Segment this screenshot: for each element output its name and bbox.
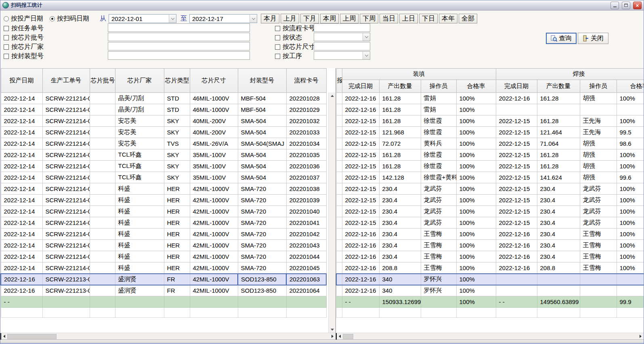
radio-by-scan-date[interactable]: 按扫码日期 [50,15,89,23]
cell[interactable] [90,206,115,217]
cell[interactable]: 202201063 [286,274,326,285]
cell[interactable]: SMA-720 [238,217,286,229]
cell[interactable]: 202201039 [286,195,326,206]
task-no-input[interactable] [108,23,250,32]
cell[interactable]: 科盛 [115,262,164,274]
cell[interactable] [90,93,115,104]
cell[interactable]: 121.968 [379,127,421,138]
cell[interactable]: 161.28 [537,93,580,104]
cell[interactable]: 230.4 [537,217,580,229]
cell[interactable]: 龙武芬 [580,183,617,195]
table-row[interactable]: 2022-12-14SCRW-221214-0科盛HER42MIL-1000VS… [1,206,326,217]
cell[interactable] [90,262,115,274]
table-row[interactable]: 2022-12-15230.4龙武芬100%2022-12-15230.4龙武芬… [336,183,644,195]
cell[interactable] [90,274,115,285]
cell[interactable]: 龙武芬 [421,195,456,206]
cell[interactable]: 科盛 [115,206,164,217]
cell[interactable]: 42MIL-1000V [190,240,238,251]
cell[interactable]: 121.464 [537,127,580,138]
column-header[interactable]: 完成日期 [496,80,537,93]
cell[interactable]: SKY [164,115,190,127]
cell[interactable]: SCRW-221214-0 [42,149,90,161]
cell[interactable]: 徐世霞 [421,127,456,138]
cell[interactable]: 徐世霞 [421,115,456,127]
cell[interactable]: 2022-12-16 [342,229,379,240]
cell[interactable]: 230.4 [537,195,580,206]
cell[interactable]: SCRW-221214-0 [42,206,90,217]
cell[interactable]: 100% [456,217,496,229]
cell[interactable]: 100% [617,149,644,161]
cell[interactable]: 2022-12-14 [1,127,42,138]
cell[interactable] [537,104,580,115]
cell[interactable]: 晶美/刀刮 [115,104,164,115]
cell[interactable]: 2022-12-14 [1,262,42,274]
quick-range-button[interactable]: 上月 [281,14,299,23]
cell[interactable]: SMA-504 [238,172,286,183]
column-header[interactable]: 合格率 [617,80,644,93]
cell[interactable]: 2022-12-14 [1,183,42,195]
cell[interactable]: 黄科兵 [421,138,456,149]
cell[interactable]: 胡强 [580,93,617,104]
table-row[interactable]: 2022-12-16230.4王雪梅100%2022-12-16230.4王雪梅… [336,251,644,262]
quick-range-button[interactable]: 下日 [419,14,438,23]
filter-by-task-no[interactable]: 按任务单号 [4,24,44,33]
cell[interactable]: 100% [456,262,496,274]
cell[interactable]: 2022-12-16 [342,93,379,104]
quick-range-button[interactable]: 上周 [340,14,359,23]
cell[interactable]: 100% [456,240,496,251]
cell[interactable]: 胡强 [580,138,617,149]
column-header[interactable]: 产出数量 [379,80,421,93]
cell[interactable]: 2022-12-16 [496,262,537,274]
cell[interactable]: 100% [456,93,496,104]
scroll-right-button[interactable] [329,333,336,340]
cell[interactable]: 2022-12-14 [1,251,42,262]
cell[interactable]: FR [164,274,190,285]
table-row[interactable]: 2022-12-14SCRW-221214-0科盛HER42MIL-1000VS… [1,262,326,274]
cell[interactable]: 100% [617,262,644,274]
table-row[interactable]: 2022-12-14SCRW-221214-0TCL环鑫SKY35MIL-100… [1,149,326,161]
quick-range-button[interactable]: 本周 [320,14,339,23]
cell[interactable]: 340 [379,285,421,296]
cell[interactable]: 230.4 [537,183,580,195]
cell[interactable]: 王雪梅 [580,262,617,274]
column-header[interactable]: 流程卡号 [286,69,326,93]
cell[interactable]: 100% [456,149,496,161]
cell[interactable]: 230.4 [379,183,421,195]
cell[interactable]: TCL环鑫 [115,161,164,172]
cell[interactable]: 230.4 [379,206,421,217]
cell[interactable] [617,285,644,296]
cell[interactable]: 161.28 [379,104,421,115]
cell[interactable]: 100% [617,183,644,195]
cell[interactable]: 72.072 [379,138,421,149]
cell[interactable]: 100% [456,285,496,296]
table-row[interactable]: 2022-12-15121.968徐世霞100%2022-12-15121.46… [336,127,644,138]
cell[interactable] [90,161,115,172]
table-row[interactable]: 2022-12-14SCRW-221214-0晶美/刀刮STD46MIL-100… [1,104,326,115]
cell[interactable]: 2022-12-14 [1,217,42,229]
cell[interactable]: 100% [456,161,496,172]
cell[interactable]: SCRW-221214-0 [42,183,90,195]
cell[interactable] [580,274,617,285]
cell[interactable]: 2022-12-15 [496,195,537,206]
cell[interactable]: SMA-504 [238,161,286,172]
cell[interactable]: 2022-12-15 [496,217,537,229]
cell[interactable]: 45MIL-26V/A [190,138,238,149]
cell[interactable]: 202201035 [286,149,326,161]
quick-range-button[interactable]: 下月 [300,14,319,23]
cell[interactable]: 202201043 [286,240,326,251]
quick-range-button[interactable]: 本月 [261,14,279,23]
cell[interactable]: 100% [617,229,644,240]
cell[interactable] [537,285,580,296]
cell[interactable] [90,183,115,195]
column-header[interactable]: 生产工单号 [42,69,90,93]
cell[interactable]: 100% [456,195,496,206]
maximize-button[interactable] [622,2,630,9]
cell[interactable]: 2022-12-14 [1,138,42,149]
cell[interactable]: SKY [164,149,190,161]
scroll-up-button[interactable] [329,92,336,99]
cell[interactable]: 龙武芬 [580,206,617,217]
cell[interactable]: 2022-12-15 [342,217,379,229]
cell[interactable]: 340 [379,274,421,285]
group-header-welding[interactable]: 焊接 [496,69,644,80]
cell[interactable]: 2022-12-15 [342,206,379,217]
